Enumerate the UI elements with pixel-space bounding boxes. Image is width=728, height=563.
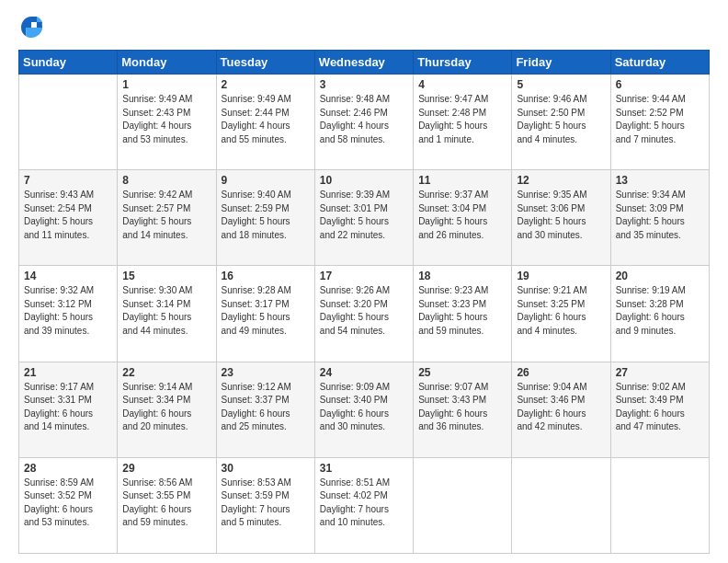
day-cell: 22Sunrise: 9:14 AM Sunset: 3:34 PM Dayli… xyxy=(118,362,216,457)
day-info: Sunrise: 9:02 AM Sunset: 3:49 PM Dayligh… xyxy=(616,381,704,434)
day-number: 19 xyxy=(517,270,605,282)
day-cell: 3Sunrise: 9:48 AM Sunset: 2:46 PM Daylig… xyxy=(314,75,413,170)
day-info: Sunrise: 9:26 AM Sunset: 3:20 PM Dayligh… xyxy=(320,284,408,338)
day-number: 27 xyxy=(616,366,704,379)
day-info: Sunrise: 9:04 AM Sunset: 3:46 PM Dayligh… xyxy=(517,381,605,434)
day-cell: 9Sunrise: 9:40 AM Sunset: 2:59 PM Daylig… xyxy=(216,170,314,266)
day-info: Sunrise: 9:49 AM Sunset: 2:44 PM Dayligh… xyxy=(222,93,310,146)
day-cell: 14Sunrise: 9:32 AM Sunset: 3:12 PM Dayli… xyxy=(19,266,118,362)
day-number: 20 xyxy=(616,270,704,282)
day-number: 2 xyxy=(222,78,310,91)
day-number: 31 xyxy=(320,462,408,475)
day-cell: 25Sunrise: 9:07 AM Sunset: 3:43 PM Dayli… xyxy=(414,362,512,457)
day-number: 15 xyxy=(122,270,210,282)
day-cell: 18Sunrise: 9:23 AM Sunset: 3:23 PM Dayli… xyxy=(414,266,512,362)
day-number: 24 xyxy=(320,366,408,379)
day-number: 28 xyxy=(24,462,112,475)
day-cell: 16Sunrise: 9:28 AM Sunset: 3:17 PM Dayli… xyxy=(216,266,314,362)
day-number: 29 xyxy=(122,462,210,475)
day-info: Sunrise: 9:43 AM Sunset: 2:54 PM Dayligh… xyxy=(24,189,112,242)
day-number: 4 xyxy=(418,78,506,91)
weekday-header-thursday: Thursday xyxy=(414,51,512,75)
day-info: Sunrise: 9:37 AM Sunset: 3:04 PM Dayligh… xyxy=(418,189,506,242)
day-info: Sunrise: 9:32 AM Sunset: 3:12 PM Dayligh… xyxy=(24,284,112,338)
day-info: Sunrise: 9:30 AM Sunset: 3:14 PM Dayligh… xyxy=(122,284,210,338)
weekday-header-friday: Friday xyxy=(512,51,610,75)
day-cell: 7Sunrise: 9:43 AM Sunset: 2:54 PM Daylig… xyxy=(19,170,118,266)
day-info: Sunrise: 9:39 AM Sunset: 3:01 PM Dayligh… xyxy=(320,189,408,242)
day-number: 18 xyxy=(418,270,506,282)
day-info: Sunrise: 9:48 AM Sunset: 2:46 PM Dayligh… xyxy=(320,93,408,146)
day-info: Sunrise: 9:46 AM Sunset: 2:50 PM Dayligh… xyxy=(517,93,605,146)
day-info: Sunrise: 9:17 AM Sunset: 3:31 PM Dayligh… xyxy=(24,381,112,434)
calendar-page: SundayMondayTuesdayWednesdayThursdayFrid… xyxy=(0,0,728,563)
weekday-header-wednesday: Wednesday xyxy=(314,51,413,75)
day-cell: 4Sunrise: 9:47 AM Sunset: 2:48 PM Daylig… xyxy=(414,75,512,170)
day-cell: 24Sunrise: 9:09 AM Sunset: 3:40 PM Dayli… xyxy=(314,362,413,457)
weekday-header-row: SundayMondayTuesdayWednesdayThursdayFrid… xyxy=(19,51,710,75)
day-info: Sunrise: 9:12 AM Sunset: 3:37 PM Dayligh… xyxy=(222,381,310,434)
week-row-4: 21Sunrise: 9:17 AM Sunset: 3:31 PM Dayli… xyxy=(19,362,710,457)
day-cell: 11Sunrise: 9:37 AM Sunset: 3:04 PM Dayli… xyxy=(414,170,512,266)
day-info: Sunrise: 9:23 AM Sunset: 3:23 PM Dayligh… xyxy=(418,284,506,338)
day-cell: 15Sunrise: 9:30 AM Sunset: 3:14 PM Dayli… xyxy=(118,266,216,362)
day-number: 26 xyxy=(517,366,605,379)
day-cell xyxy=(19,75,118,170)
header xyxy=(18,15,710,40)
day-info: Sunrise: 9:21 AM Sunset: 3:25 PM Dayligh… xyxy=(517,284,605,338)
day-info: Sunrise: 9:40 AM Sunset: 2:59 PM Dayligh… xyxy=(222,189,310,242)
day-number: 11 xyxy=(418,174,506,187)
day-info: Sunrise: 9:44 AM Sunset: 2:52 PM Dayligh… xyxy=(616,93,704,146)
day-info: Sunrise: 8:56 AM Sunset: 3:55 PM Dayligh… xyxy=(122,477,210,530)
day-info: Sunrise: 8:51 AM Sunset: 4:02 PM Dayligh… xyxy=(320,477,408,530)
day-cell: 13Sunrise: 9:34 AM Sunset: 3:09 PM Dayli… xyxy=(610,170,709,266)
logo xyxy=(18,15,48,40)
day-cell: 2Sunrise: 9:49 AM Sunset: 2:44 PM Daylig… xyxy=(216,75,314,170)
day-info: Sunrise: 8:53 AM Sunset: 3:59 PM Dayligh… xyxy=(222,477,310,530)
day-number: 16 xyxy=(222,270,310,282)
day-number: 9 xyxy=(222,174,310,187)
day-cell: 21Sunrise: 9:17 AM Sunset: 3:31 PM Dayli… xyxy=(19,362,118,457)
day-number: 17 xyxy=(320,270,408,282)
day-number: 1 xyxy=(122,78,210,91)
day-number: 3 xyxy=(320,78,408,91)
day-cell: 23Sunrise: 9:12 AM Sunset: 3:37 PM Dayli… xyxy=(216,362,314,457)
day-number: 30 xyxy=(222,462,310,475)
week-row-5: 28Sunrise: 8:59 AM Sunset: 3:52 PM Dayli… xyxy=(19,457,710,553)
day-cell: 8Sunrise: 9:42 AM Sunset: 2:57 PM Daylig… xyxy=(118,170,216,266)
day-number: 7 xyxy=(24,174,112,187)
day-cell xyxy=(414,457,512,553)
weekday-header-saturday: Saturday xyxy=(610,51,709,75)
weekday-header-tuesday: Tuesday xyxy=(216,51,314,75)
calendar-table: SundayMondayTuesdayWednesdayThursdayFrid… xyxy=(18,50,710,554)
day-info: Sunrise: 9:19 AM Sunset: 3:28 PM Dayligh… xyxy=(616,284,704,338)
day-cell: 10Sunrise: 9:39 AM Sunset: 3:01 PM Dayli… xyxy=(314,170,413,266)
day-info: Sunrise: 9:28 AM Sunset: 3:17 PM Dayligh… xyxy=(222,284,310,338)
day-cell: 30Sunrise: 8:53 AM Sunset: 3:59 PM Dayli… xyxy=(216,457,314,553)
day-number: 13 xyxy=(616,174,704,187)
day-number: 23 xyxy=(222,366,310,379)
day-info: Sunrise: 9:14 AM Sunset: 3:34 PM Dayligh… xyxy=(122,381,210,434)
day-info: Sunrise: 9:49 AM Sunset: 2:43 PM Dayligh… xyxy=(122,93,210,146)
day-number: 14 xyxy=(24,270,112,282)
day-cell: 5Sunrise: 9:46 AM Sunset: 2:50 PM Daylig… xyxy=(512,75,610,170)
day-info: Sunrise: 9:34 AM Sunset: 3:09 PM Dayligh… xyxy=(616,189,704,242)
day-number: 21 xyxy=(24,366,112,379)
day-info: Sunrise: 9:09 AM Sunset: 3:40 PM Dayligh… xyxy=(320,381,408,434)
weekday-header-sunday: Sunday xyxy=(19,51,118,75)
week-row-1: 1Sunrise: 9:49 AM Sunset: 2:43 PM Daylig… xyxy=(19,75,710,170)
day-cell: 31Sunrise: 8:51 AM Sunset: 4:02 PM Dayli… xyxy=(314,457,413,553)
day-number: 5 xyxy=(517,78,605,91)
day-cell: 1Sunrise: 9:49 AM Sunset: 2:43 PM Daylig… xyxy=(118,75,216,170)
day-number: 6 xyxy=(616,78,704,91)
day-cell xyxy=(512,457,610,553)
day-number: 8 xyxy=(122,174,210,187)
day-cell: 19Sunrise: 9:21 AM Sunset: 3:25 PM Dayli… xyxy=(512,266,610,362)
weekday-header-monday: Monday xyxy=(118,51,216,75)
day-number: 10 xyxy=(320,174,408,187)
day-info: Sunrise: 8:59 AM Sunset: 3:52 PM Dayligh… xyxy=(24,477,112,530)
day-cell: 20Sunrise: 9:19 AM Sunset: 3:28 PM Dayli… xyxy=(610,266,709,362)
day-cell: 29Sunrise: 8:56 AM Sunset: 3:55 PM Dayli… xyxy=(118,457,216,553)
day-number: 22 xyxy=(122,366,210,379)
day-info: Sunrise: 9:42 AM Sunset: 2:57 PM Dayligh… xyxy=(122,189,210,242)
